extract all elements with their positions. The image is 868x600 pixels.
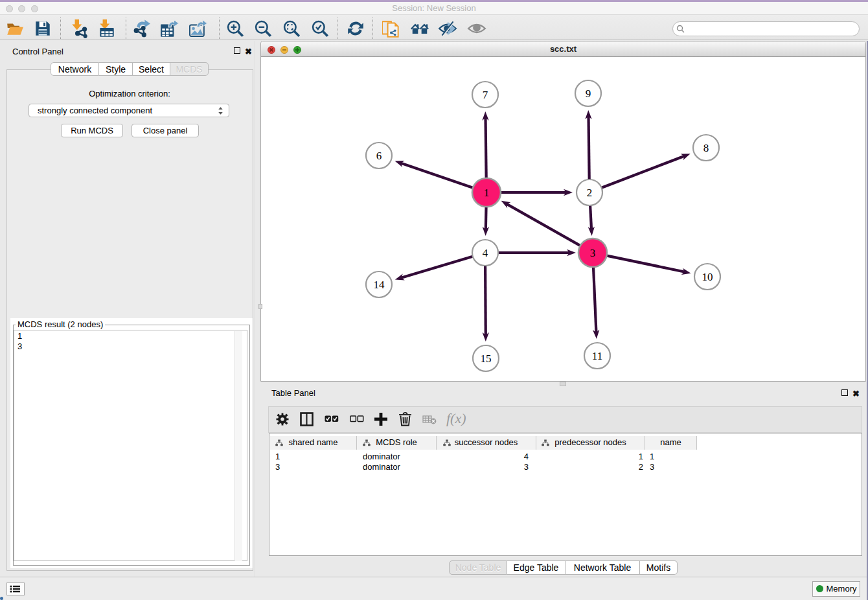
svg-text:15: 15 <box>481 352 492 365</box>
svg-text:14: 14 <box>374 279 385 291</box>
svg-text:10: 10 <box>702 271 713 283</box>
svg-text:1: 1 <box>484 187 490 199</box>
svg-text:6: 6 <box>376 150 382 162</box>
svg-text:9: 9 <box>586 87 591 100</box>
svg-text:3: 3 <box>590 247 596 259</box>
svg-text:4: 4 <box>483 247 488 259</box>
svg-text:11: 11 <box>592 350 602 362</box>
svg-text:2: 2 <box>587 187 593 199</box>
svg-text:7: 7 <box>483 89 488 101</box>
svg-text:8: 8 <box>703 142 709 154</box>
